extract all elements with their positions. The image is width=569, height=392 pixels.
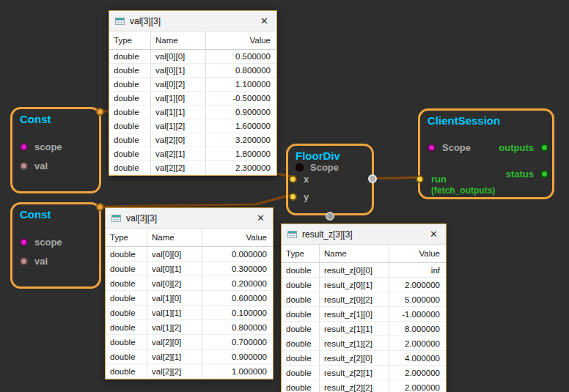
x-port-dot[interactable]	[289, 175, 297, 183]
value-table: Type Name Value doubleval[0][0]0.000000 …	[106, 229, 273, 379]
col-value: Value	[206, 32, 276, 49]
table-row: doubleval[1][2]1.600000	[109, 119, 276, 133]
x-port-label: x	[304, 174, 309, 185]
run-port-dot[interactable]	[416, 175, 424, 183]
table-icon	[287, 230, 298, 239]
window-titlebar[interactable]: val[3][3] ✕	[109, 11, 276, 32]
val-port-label: val	[34, 256, 48, 267]
run-port-sublabel: (fetch_outputs)	[431, 185, 495, 196]
status-port-dot[interactable]	[540, 170, 548, 178]
status-port-label: status	[506, 169, 534, 180]
table-row: doubleval[2][2]1.000000	[106, 364, 273, 379]
window-val-top[interactable]: val[3][3] ✕ Type Name Value doubleval[0]…	[109, 10, 277, 176]
node-const-bottom[interactable]: Const scope val	[10, 202, 101, 289]
scope-port[interactable]: Scope	[295, 162, 339, 172]
window-result-z[interactable]: result_z[3][3] ✕ Type Name Value doubler…	[281, 223, 447, 392]
scope-port[interactable]: scope	[20, 237, 62, 247]
table-row: doubleresult_z[1][1]8.000000	[282, 322, 446, 336]
table-row: doubleval[0][2]0.200000	[106, 276, 273, 291]
bottom-port-dot[interactable]	[326, 212, 334, 221]
val-port[interactable]: val	[20, 256, 48, 266]
table-row: doubleval[2][2]2.300000	[109, 161, 276, 175]
table-row: doubleresult_z[1][2]2.000000	[282, 336, 446, 351]
table-row: doubleval[0][0]0.000000	[106, 247, 273, 262]
table-row: doubleresult_z[0][1]2.000000	[282, 278, 446, 292]
table-row: doubleresult_z[0][2]5.000000	[282, 292, 446, 307]
val-port-dot[interactable]	[20, 162, 28, 170]
window-title: val[3][3]	[126, 213, 250, 223]
scope-port-dot[interactable]	[427, 144, 436, 152]
scope-port-label: scope	[34, 141, 62, 152]
val-port-label: val	[34, 160, 48, 171]
table-row: doubleval[1][1]0.100000	[106, 306, 273, 320]
table-row: doubleval[1][0]0.600000	[106, 291, 273, 306]
col-name: Name	[320, 245, 389, 262]
table-row: doubleval[0][2]1.100000	[109, 78, 276, 92]
output-port-dot[interactable]	[368, 174, 377, 183]
window-title: val[3][3]	[130, 16, 254, 26]
window-titlebar[interactable]: val[3][3] ✕	[106, 208, 273, 229]
table-icon	[111, 214, 122, 223]
node-clientsession[interactable]: ClientSession Scope outputs status run (…	[418, 108, 554, 199]
run-port-label: run	[431, 174, 447, 185]
close-icon[interactable]: ✕	[258, 15, 271, 26]
window-val-bottom[interactable]: val[3][3] ✕ Type Name Value doubleval[0]…	[105, 207, 274, 380]
table-row: doubleresult_z[1][0]-1.000000	[282, 307, 446, 322]
val-port[interactable]: val	[20, 160, 48, 171]
window-title: result_z[3][3]	[302, 229, 423, 240]
flow-editor-canvas[interactable]: Const scope val Const scope val FloorDiv…	[0, 0, 569, 392]
node-title: Const	[20, 208, 51, 221]
col-type: Type	[282, 245, 320, 262]
col-value: Value	[202, 229, 273, 246]
table-header: Type Name Value	[282, 245, 446, 263]
table-row: doubleval[0][1]0.300000	[106, 262, 273, 276]
table-row: doubleresult_z[2][2]2.000000	[282, 380, 446, 392]
output-port-dot[interactable]	[96, 203, 104, 211]
wire-floordiv-to-run	[374, 177, 419, 178]
outputs-port-dot[interactable]	[540, 144, 548, 152]
outputs-port[interactable]: outputs	[499, 142, 548, 152]
scope-port-label: scope	[34, 237, 62, 248]
node-const-top[interactable]: Const scope val	[10, 107, 101, 193]
node-title: FloorDiv	[295, 149, 340, 162]
table-row: doubleval[2][0]0.700000	[106, 335, 273, 350]
val-port-dot[interactable]	[20, 257, 28, 265]
value-table: Type Name Value doubleval[0][0]0.500000 …	[109, 32, 276, 175]
scope-port-label: Scope	[310, 162, 339, 173]
col-type: Type	[106, 229, 147, 246]
table-row: doubleval[0][0]0.500000	[109, 50, 276, 64]
scope-port-dot[interactable]	[295, 163, 304, 171]
y-port-dot[interactable]	[289, 193, 297, 201]
output-port-dot[interactable]	[96, 108, 104, 116]
table-row: doubleval[2][1]1.800000	[109, 147, 276, 161]
table-row: doubleval[2][0]3.200000	[109, 133, 276, 147]
col-value: Value	[389, 245, 446, 262]
scope-port[interactable]: Scope	[427, 142, 471, 152]
y-input-port[interactable]: y	[289, 191, 309, 201]
table-row: doubleval[2][1]0.900000	[106, 350, 273, 364]
table-row: doubleresult_z[2][1]2.000000	[282, 366, 446, 380]
table-header: Type Name Value	[106, 229, 273, 247]
node-floordiv[interactable]: FloorDiv Scope x y	[286, 144, 374, 215]
scope-port-dot[interactable]	[20, 238, 28, 246]
table-row: doubleresult_z[2][0]4.000000	[282, 351, 446, 366]
col-type: Type	[109, 32, 151, 49]
scope-port-dot[interactable]	[20, 143, 28, 151]
table-row: doubleval[1][2]0.800000	[106, 320, 273, 335]
value-table: Type Name Value doubleresult_z[0][0]inf …	[282, 245, 446, 392]
scope-port[interactable]: scope	[20, 141, 62, 152]
node-title: ClientSession	[427, 114, 500, 127]
table-row: doubleresult_z[0][0]inf	[282, 263, 446, 278]
close-icon[interactable]: ✕	[427, 229, 440, 240]
close-icon[interactable]: ✕	[254, 212, 267, 223]
outputs-port-label: outputs	[499, 142, 534, 153]
table-row: doubleval[1][1]0.900000	[109, 106, 276, 119]
table-icon	[115, 17, 125, 26]
window-titlebar[interactable]: result_z[3][3] ✕	[282, 224, 446, 245]
table-row: doubleval[0][1]0.800000	[109, 64, 276, 78]
x-input-port[interactable]: x	[289, 174, 309, 184]
table-row: doubleval[1][0]-0.500000	[109, 92, 276, 106]
y-port-label: y	[304, 191, 309, 202]
status-port[interactable]: status	[506, 169, 548, 179]
node-title: Const	[20, 113, 51, 125]
